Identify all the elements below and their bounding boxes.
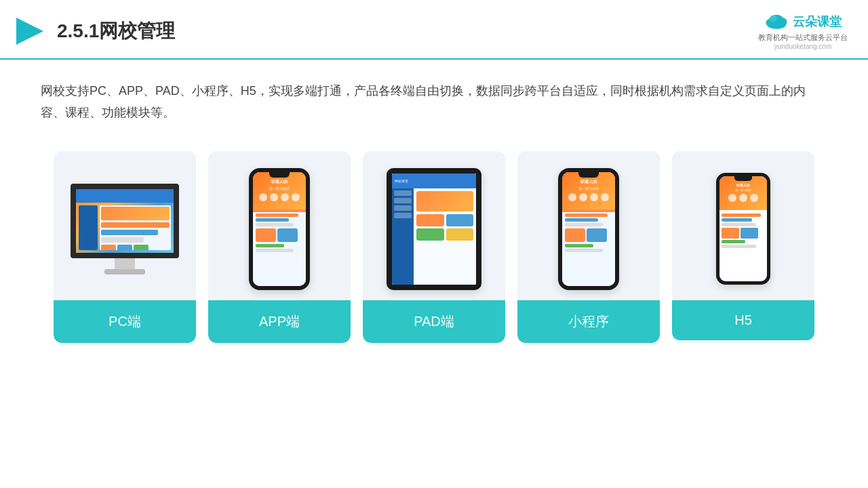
card-miniprogram-image: 职通人的 第一堂兴趣课 [517, 151, 660, 300]
mini-row-2 [565, 218, 598, 222]
mini-icon-1 [568, 193, 576, 201]
phone-icon-2 [270, 193, 278, 201]
tablet-topbar-text: 网校课堂 [395, 179, 408, 183]
phone-outer-h5: 职通人的 第一堂兴趣课 [716, 173, 770, 285]
phone-notch-app [269, 172, 290, 178]
tablet-cell-3 [416, 228, 444, 241]
monitor-wrapper [71, 184, 179, 274]
page-title: 2.5.1网校管理 [57, 18, 175, 44]
phone-screen-h5: 职通人的 第一堂兴趣课 [719, 176, 767, 281]
phone-icon-3 [281, 193, 289, 201]
tablet-screen: 网校课堂 [392, 174, 476, 285]
h5-row-2 [722, 218, 752, 222]
h5-icons [722, 194, 764, 202]
p-row-1 [256, 214, 298, 217]
h5-row-1 [722, 214, 761, 217]
logo-area: 云朵课堂 教育机构一站式服务云平台 yunduoketang.com [758, 12, 848, 50]
h5-icon-2 [739, 194, 747, 202]
monitor-bar [76, 189, 174, 203]
card-app-image: 职通人的 第一堂兴趣课 [208, 151, 351, 300]
mini-top: 职通人的 第一堂兴趣课 [562, 172, 615, 209]
phone-body [253, 209, 306, 256]
header-left: 2.5.1网校管理 [14, 15, 175, 47]
phone-wrapper-mini: 职通人的 第一堂兴趣课 [558, 168, 619, 290]
phone-notch-h5 [734, 176, 752, 181]
phone-wrapper-app: 职通人的 第一堂兴趣课 [249, 168, 310, 290]
t-s-item-2 [394, 198, 412, 203]
tablet-body [392, 188, 476, 285]
svg-point-5 [769, 15, 777, 22]
card-h5: 职通人的 第一堂兴趣课 [672, 151, 814, 343]
phone-outer-mini: 职通人的 第一堂兴趣课 [558, 168, 619, 290]
mini-row-4 [565, 244, 593, 247]
monitor-sidebar [79, 205, 98, 250]
tablet-sidebar [392, 188, 414, 285]
card-miniprogram-label: 小程序 [517, 300, 660, 343]
monitor-row-1 [101, 222, 170, 228]
h5-icon-3 [750, 194, 758, 202]
p-row-2 [256, 218, 289, 222]
mini-row-1 [565, 214, 608, 217]
description-text: 网校支持PC、APP、PAD、小程序、H5，实现多端打通，产品各终端自由切换，数… [41, 84, 806, 119]
monitor-stand [115, 258, 135, 269]
phone-screen-mini: 职通人的 第一堂兴趣课 [562, 172, 615, 286]
card-h5-label: H5 [672, 300, 814, 340]
monitor-main [100, 205, 171, 250]
phone-icon-4 [292, 193, 300, 201]
logo-tagline: 教育机构一站式服务云平台 [758, 33, 848, 43]
tablet-cell-2 [446, 214, 474, 226]
mini-subtitle: 第一堂兴趣课 [566, 186, 612, 190]
phone-title: 职通人的 [256, 179, 302, 185]
card-pc-label: PC端 [54, 300, 196, 343]
monitor-base [104, 269, 145, 274]
phone-subtitle: 第一堂兴趣课 [256, 186, 302, 190]
monitor-row-3 [101, 237, 144, 243]
card-pad-image: 网校课堂 [363, 151, 505, 300]
mini-icons [566, 193, 612, 201]
card-pad-label: PAD端 [363, 300, 505, 343]
h5-title: 职通人的 [722, 183, 764, 187]
monitor-screen [71, 184, 179, 258]
card-pc: PC端 [54, 151, 196, 343]
tablet-wrapper: 网校课堂 [387, 168, 481, 290]
tablet-outer: 网校课堂 [387, 168, 481, 290]
card-pad: 网校课堂 [363, 151, 505, 343]
p-row-4 [256, 244, 284, 247]
mini-row-3 [565, 223, 603, 226]
mini-icon-3 [590, 193, 598, 201]
card-app: 职通人的 第一堂兴趣课 [208, 151, 351, 343]
logo-domain: yunduoketang.com [774, 43, 832, 50]
t-s-item-3 [394, 205, 412, 211]
mini-title: 职通人的 [566, 179, 612, 185]
svg-marker-0 [16, 18, 43, 45]
cards-container: PC端 职通人的 第一堂兴趣课 [0, 138, 868, 357]
h5-top: 职通人的 第一堂兴趣课 [719, 176, 767, 210]
description: 网校支持PC、APP、PAD、小程序、H5，实现多端打通，产品各终端自由切换，数… [0, 60, 868, 138]
tablet-main [414, 188, 476, 285]
tablet-banner [416, 191, 473, 211]
tablet-cell-4 [446, 228, 474, 241]
h5-row-5 [722, 245, 756, 248]
p-row-5 [256, 249, 294, 252]
logo-name: 云朵课堂 [793, 14, 842, 30]
mini-body [562, 209, 615, 256]
tablet-cell-1 [416, 214, 444, 226]
phone-outer-app: 职通人的 第一堂兴趣课 [249, 168, 310, 290]
h5-row-3 [722, 223, 756, 226]
cloud-icon [764, 12, 789, 31]
header: 2.5.1网校管理 云朵课堂 教育机构一站式服务云平台 yunduoketang… [0, 0, 868, 60]
mini-icon-4 [601, 193, 609, 201]
card-miniprogram: 职通人的 第一堂兴趣课 [517, 151, 660, 343]
h5-icon-1 [728, 194, 736, 202]
card-app-label: APP端 [208, 300, 351, 343]
phone-screen-top: 职通人的 第一堂兴趣课 [253, 172, 306, 209]
phone-wrapper-h5: 职通人的 第一堂兴趣课 [716, 173, 770, 285]
phone-screen-app: 职通人的 第一堂兴趣课 [253, 172, 306, 286]
play-icon [14, 15, 46, 47]
mini-row-5 [565, 249, 603, 252]
h5-row-4 [722, 240, 745, 243]
card-h5-image: 职通人的 第一堂兴趣课 [672, 151, 814, 300]
phone-notch-mini [578, 172, 599, 178]
monitor-row-2 [101, 230, 158, 235]
h5-subtitle: 第一堂兴趣课 [722, 188, 764, 192]
